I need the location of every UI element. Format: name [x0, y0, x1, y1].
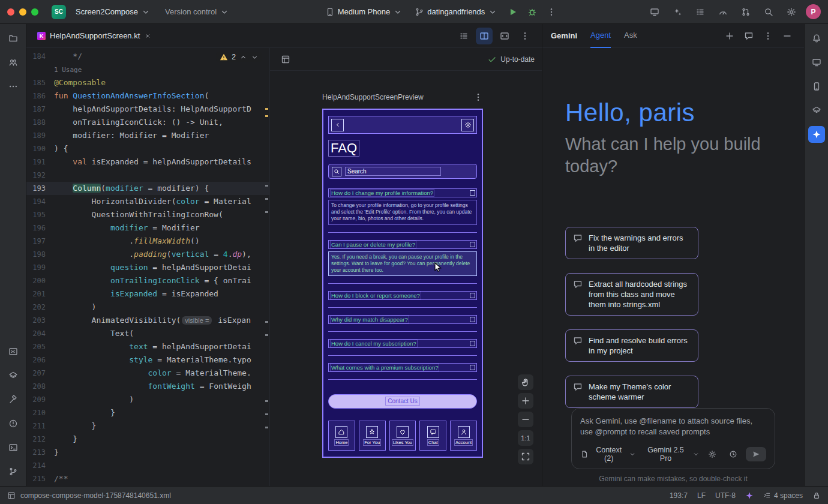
code-line[interactable]: 205 text = helpAndSupportDetai	[26, 340, 269, 353]
tab-agent[interactable]: Agent	[590, 24, 611, 48]
prompt-settings-button[interactable]	[704, 446, 721, 463]
close-tab-button[interactable]	[144, 32, 151, 40]
code-line[interactable]: 203 AnimatedVisibility(visible = isExpan	[26, 314, 269, 327]
code-line[interactable]: 209 )	[26, 393, 269, 406]
close-window-button[interactable]	[7, 8, 14, 16]
ai-spark-icon[interactable]	[745, 491, 754, 500]
code-editor[interactable]: 184 */1 Usage185@Composable186fun Questi…	[26, 48, 270, 486]
expand-icon[interactable]	[470, 242, 475, 247]
run-configuration-selector[interactable]: datingandfriends	[410, 5, 502, 19]
tab-helpandsupportscreen[interactable]: K HelpAndSupportScreen.kt	[31, 24, 157, 48]
terminal-tool-button[interactable]	[5, 439, 22, 456]
back-button[interactable]	[331, 119, 344, 131]
code-line[interactable]: 196 modifier = Modifier	[26, 221, 269, 235]
code-line[interactable]: 210 }	[26, 406, 269, 419]
notifications-button[interactable]	[808, 30, 825, 47]
preview-composable-name[interactable]: HelpAndSupportScreenPreview	[322, 93, 424, 101]
code-line[interactable]: 206 style = MaterialTheme.typo	[26, 353, 269, 367]
suggestion-card[interactable]: Extract all hardcoded strings from this …	[565, 273, 698, 316]
avatar[interactable]: P	[806, 4, 821, 19]
code-line[interactable]: 200 onTrailingIconClick = { onTrai	[26, 274, 269, 287]
code-line[interactable]: 215/**	[26, 472, 269, 485]
code-line[interactable]: 191 val isExpanded = helpAndSupportDetai…	[26, 155, 269, 169]
code-line[interactable]: 187 helpAndSupportDetails: HelpAndSuppor…	[26, 103, 269, 116]
editor-options-button[interactable]	[517, 28, 533, 44]
gemini-options-button[interactable]	[760, 28, 776, 44]
faq-item[interactable]: Why did my match disappear?	[328, 315, 477, 332]
pull-requests-button[interactable]	[737, 4, 754, 20]
prompt-history-button[interactable]	[725, 446, 741, 463]
resource-manager-tool-button[interactable]	[5, 54, 22, 71]
tab-ask[interactable]: Ask	[624, 24, 637, 48]
zoom-in-button[interactable]	[518, 393, 533, 409]
suggestion-card[interactable]: Fix the warnings and errors in the edito…	[565, 227, 698, 259]
faq-item[interactable]: Can I pause or delete my profile?Yes. If…	[328, 240, 477, 284]
preview-menu-button[interactable]	[473, 92, 483, 102]
device-streaming-tool-button[interactable]	[808, 54, 825, 71]
faq-search-field[interactable]: Search	[328, 164, 477, 179]
faq-item[interactable]: How do I cancel my subscription?	[328, 339, 477, 356]
run-button[interactable]	[505, 4, 521, 20]
send-prompt-button[interactable]	[746, 447, 766, 461]
nav-item-home[interactable]: Home	[328, 421, 355, 451]
settings-button[interactable]	[461, 119, 474, 131]
version-control-menu[interactable]: Version control	[160, 5, 234, 19]
suggestion-card[interactable]: Find and resolve build errors in my proj…	[565, 329, 698, 362]
pan-tool-button[interactable]	[518, 374, 533, 390]
fullscreen-window-button[interactable]	[31, 8, 38, 16]
more-run-actions-button[interactable]	[543, 4, 560, 20]
expand-icon[interactable]	[470, 190, 475, 196]
layout-tool-button[interactable]	[5, 367, 22, 384]
preview-layout-button[interactable]	[277, 51, 294, 68]
code-view-button[interactable]	[496, 28, 513, 44]
code-line[interactable]: 207 color = MaterialTheme.	[26, 367, 269, 380]
code-line[interactable]: 194 HorizontalDivider(color = Material	[26, 195, 269, 208]
code-line[interactable]: 214	[26, 459, 269, 472]
chat-history-button[interactable]	[740, 28, 757, 44]
profiler-button[interactable]	[715, 4, 731, 20]
debug-button[interactable]	[524, 4, 541, 20]
nav-item-account[interactable]: Account	[450, 421, 477, 451]
code-line[interactable]: 211 }	[26, 419, 269, 433]
expand-icon[interactable]	[470, 341, 475, 346]
code-line[interactable]: 213}	[26, 446, 269, 459]
build-tool-button[interactable]	[5, 391, 22, 408]
code-line[interactable]: 197 .fillMaxWidth()	[26, 235, 269, 248]
device-selector[interactable]: Medium Phone	[320, 5, 407, 19]
code-line[interactable]: 193 Column(modifier = modifier) {	[26, 182, 269, 195]
code-structure-button[interactable]	[455, 28, 472, 44]
faq-item[interactable]: How do I block or report someone?	[328, 291, 477, 308]
model-selector[interactable]: Gemini 2.5 Pro	[642, 446, 699, 463]
code-line[interactable]: 204 Text(	[26, 327, 269, 340]
split-view-button[interactable]	[476, 28, 493, 44]
encoding-selector[interactable]: UTF-8	[715, 491, 736, 500]
faq-item[interactable]: What comes with a premium subscription?	[328, 363, 477, 380]
context-selector[interactable]: Context (2)	[580, 446, 636, 463]
code-line[interactable]: 199 question = helpAndSupportDetai	[26, 261, 269, 274]
faq-item[interactable]: How do I change my profile information?T…	[328, 188, 477, 232]
code-line[interactable]: 185@Composable	[26, 76, 269, 89]
contact-us-button[interactable]: Contact Us	[328, 394, 477, 409]
code-line[interactable]: 189 modifier: Modifier = Modifier	[26, 129, 269, 142]
expand-icon[interactable]	[470, 317, 475, 322]
minimize-window-button[interactable]	[19, 8, 26, 16]
code-line[interactable]: 201 isExpanded = isExpanded	[26, 287, 269, 301]
line-ending-selector[interactable]: LF	[697, 491, 706, 500]
nav-item-for-you[interactable]: For You	[359, 421, 386, 451]
code-line[interactable]: 188 onTrailingIconClick: () -> Unit,	[26, 116, 269, 129]
suggestion-card[interactable]: Make my Theme's color scheme warmer	[565, 376, 698, 408]
search-everywhere-button[interactable]	[760, 4, 777, 20]
todo-list-button[interactable]	[692, 4, 709, 20]
code-line[interactable]: 1 Usage	[26, 63, 269, 76]
expand-icon[interactable]	[470, 293, 475, 298]
hide-panel-button[interactable]	[779, 28, 796, 44]
status-file-name[interactable]: compose-compose-model-1758748140651.xml	[20, 491, 171, 500]
code-line[interactable]: 208 fontWeight = FontWeigh	[26, 380, 269, 393]
nav-item-likes-you[interactable]: Likes You	[389, 421, 416, 451]
zoom-out-button[interactable]	[518, 412, 533, 427]
code-line[interactable]: 198 .padding(vertical = 4.dp),	[26, 248, 269, 261]
phone-preview[interactable]: FAQ Search How do I change my profile in…	[322, 109, 483, 458]
problems-tool-button[interactable]	[5, 415, 22, 432]
code-line[interactable]: 192	[26, 169, 269, 182]
device-streaming-button[interactable]	[646, 4, 663, 20]
